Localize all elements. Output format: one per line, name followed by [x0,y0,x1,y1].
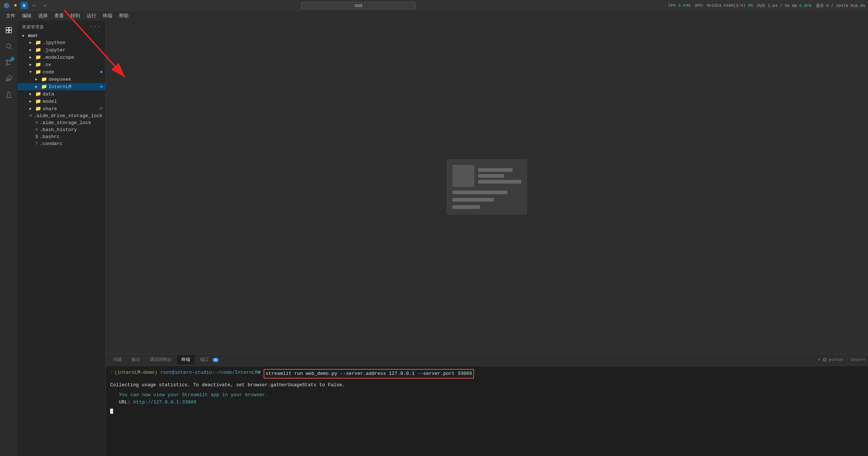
file-special-icon: ≡ [29,113,32,119]
tree-bashrc[interactable]: $ .bashrc [18,133,105,140]
menubar: 文件 编辑 选择 查看 转到 运行 终端 帮助 [0,11,868,21]
terminal-cursor [110,409,113,414]
preview-top-row [452,165,521,187]
search-input[interactable] [301,2,416,9]
tree-modelscope[interactable]: ▶ 📁 .modelscope [18,54,105,61]
app-icon[interactable]: 🔵 [3,2,10,9]
folder-arrow-icon: ▶ [29,40,34,45]
tab-problems[interactable]: 问题 [109,355,126,364]
folder-arrow-icon: ▶ [35,84,40,89]
activity-extensions[interactable] [2,72,15,85]
tree-bash-history[interactable]: ≡ .bash_history [18,126,105,133]
folder-icon: 📁 [35,91,41,97]
svg-rect-6 [6,30,9,33]
menu-select[interactable]: 选择 [35,12,51,20]
tab-output[interactable]: 输出 [127,355,145,364]
menu-run[interactable]: 运行 [84,12,99,20]
file-dollar-icon: $ [35,134,38,140]
terminal-user: root@intern-studio: [160,369,215,376]
tree-aide-drive[interactable]: ≡ .aide_drive_storage_lock [18,112,105,119]
menu-help[interactable]: 帮助 [116,12,131,20]
tree-model[interactable]: ▶ 📁 model [18,98,105,105]
titlebar: 🔵 ● ≋ ← → CPU 3.44% GPU: Nvidia A100(1/4… [0,0,868,11]
tree-item-label: .ipython [43,40,65,46]
svg-point-10 [6,60,8,62]
tree-code[interactable]: ▼ 📁 code [18,68,105,76]
tab-terminal[interactable]: 终端 [177,355,195,364]
svg-line-9 [10,48,12,50]
terminal-url: http://127.0.0.1:33089 [133,399,196,406]
folder-arrow-icon: ▶ [29,62,34,67]
file-tree: ▼ ROOT ▶ 📁 .ipython ▶ 📁 .jupyter [18,33,105,456]
folder-arrow-icon: ▶ [35,77,40,82]
tree-item-label: .bashrc [40,134,60,140]
tree-item-label: .jupyter [43,47,65,53]
root-label: ROOT [28,34,37,38]
menu-view[interactable]: 查看 [51,12,67,20]
terminal-env-label: python · Intern [829,358,865,362]
nav-back-button[interactable]: ← [30,2,38,9]
menu-goto[interactable]: 转到 [68,12,83,20]
file-special-icon: ≡ [35,127,38,133]
tree-jupyter[interactable]: ▶ 📁 .jupyter [18,46,105,54]
svg-text:🔵: 🔵 [5,4,9,8]
tab-ports[interactable]: 端口 8 [195,355,223,364]
svg-rect-5 [9,28,12,30]
terminal-env: (internLM-demo) [115,369,158,376]
tab-debug-console[interactable]: 调试控制台 [145,355,176,364]
folder-icon: 📁 [41,84,47,90]
tree-share[interactable]: ▶ 📁 share ⟳ [18,105,105,112]
disk-stat: 显存 0 / 20470 MiB 0% [816,3,865,8]
folder-arrow-icon: ▶ [29,106,34,111]
tree-ipython[interactable]: ▶ 📁 .ipython [18,39,105,46]
folder-icon: 📁 [35,69,41,75]
folder-icon: 📁 [35,54,41,60]
stats-bar: CPU 3.44% GPU: Nvidia A100(1/4) 0% 内存 2.… [668,3,865,8]
folder-icon: 📁 [35,98,41,104]
tree-root[interactable]: ▼ ROOT [18,33,105,39]
tree-internlm[interactable]: ▶ 📁 InternLM [18,83,105,90]
prompt-circle: ◦ [110,369,113,376]
terminal-content[interactable]: ◦ (internLM-demo) root@intern-studio: ~/… [106,366,868,456]
preview-line-2 [478,174,504,178]
modified-indicator [100,71,102,73]
preview-line-4 [452,191,507,194]
titlebar-nav [51,2,666,9]
tree-item-label: model [43,99,57,104]
orange-icon[interactable]: ● [12,2,19,9]
tree-nv[interactable]: ▶ 📁 .nv [18,61,105,68]
sidebar-more-icon[interactable]: ··· [89,23,101,30]
activity-flask[interactable] [2,88,15,101]
activity-explorer[interactable] [2,23,15,37]
sidebar: 资源管理器 ··· ▼ ROOT ▶ 📁 .ipython ▶ [18,21,106,456]
svg-rect-4 [6,28,9,30]
tree-item-label: InternLM [48,84,71,90]
tree-item-label: .aide_drive_storage_lock [34,113,102,119]
activity-source-control[interactable]: 1 [2,56,15,69]
preview-image-placeholder [452,165,474,187]
vscode-icon[interactable]: ≋ [21,2,28,9]
terminal-path: ~/code/InternLM [215,369,258,376]
split-icon[interactable]: ⧉ [823,357,827,363]
root-arrow-icon: ▼ [22,34,26,38]
nav-forward-button[interactable]: → [40,2,48,9]
tree-item-label: .nv [43,62,51,68]
tree-item-label: share [43,106,57,112]
tree-aide-storage[interactable]: ≡ .aide_storage_lock [18,119,105,126]
tree-item-label: .aide_storage_lock [40,120,91,126]
menu-file[interactable]: 文件 [3,12,18,20]
tree-item-label: .bash_history [40,127,77,133]
folder-arrow-icon: ▶ [29,48,34,52]
preview-line-1 [478,168,513,172]
tree-deepseek[interactable]: ▶ 📁 deepseek [18,76,105,83]
menu-edit[interactable]: 编辑 [19,12,35,20]
preview-line-5 [452,198,494,202]
port-count-badge: 8 [213,358,218,362]
plus-icon[interactable]: + [818,357,821,363]
activity-search[interactable] [2,40,15,53]
terminal-command-line: ◦ (internLM-demo) root@intern-studio: ~/… [110,369,864,379]
tree-item-label: data [43,91,54,97]
tree-data[interactable]: ▶ 📁 data [18,90,105,98]
tree-condarc[interactable]: ! .condarc [18,140,105,147]
menu-terminal[interactable]: 终端 [100,12,115,20]
